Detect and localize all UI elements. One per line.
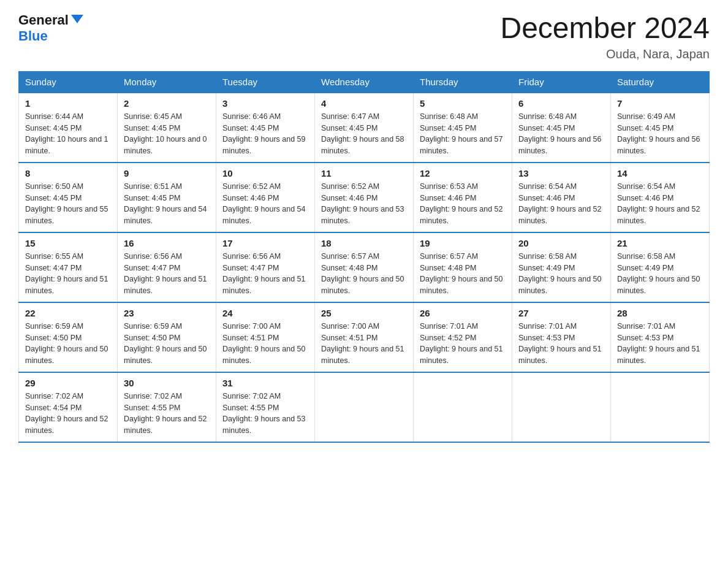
day-number: 22 xyxy=(25,308,111,318)
calendar-cell: 17 Sunrise: 6:56 AMSunset: 4:47 PMDaylig… xyxy=(216,232,315,302)
day-number: 24 xyxy=(222,308,308,318)
calendar-cell xyxy=(611,372,710,442)
calendar-week-4: 22 Sunrise: 6:59 AMSunset: 4:50 PMDaylig… xyxy=(19,302,710,372)
day-info: Sunrise: 6:48 AMSunset: 4:45 PMDaylight:… xyxy=(420,111,506,157)
day-info: Sunrise: 6:47 AMSunset: 4:45 PMDaylight:… xyxy=(321,111,407,157)
calendar-cell: 3 Sunrise: 6:46 AMSunset: 4:45 PMDayligh… xyxy=(216,93,315,163)
location-subtitle: Ouda, Nara, Japan xyxy=(500,47,710,61)
day-info: Sunrise: 6:54 AMSunset: 4:46 PMDaylight:… xyxy=(617,181,703,227)
calendar-cell: 1 Sunrise: 6:44 AMSunset: 4:45 PMDayligh… xyxy=(19,93,118,163)
day-number: 14 xyxy=(617,168,703,178)
calendar-cell xyxy=(315,372,414,442)
day-number: 27 xyxy=(518,308,604,318)
day-number: 12 xyxy=(420,168,506,178)
day-number: 15 xyxy=(25,238,111,248)
day-number: 26 xyxy=(420,308,506,318)
calendar-table: SundayMondayTuesdayWednesdayThursdayFrid… xyxy=(18,71,710,443)
calendar-week-5: 29 Sunrise: 7:02 AMSunset: 4:54 PMDaylig… xyxy=(19,372,710,442)
day-info: Sunrise: 6:49 AMSunset: 4:45 PMDaylight:… xyxy=(617,111,703,157)
calendar-cell: 22 Sunrise: 6:59 AMSunset: 4:50 PMDaylig… xyxy=(19,302,118,372)
day-info: Sunrise: 7:00 AMSunset: 4:51 PMDaylight:… xyxy=(321,321,407,367)
day-number: 21 xyxy=(617,238,703,248)
calendar-cell: 5 Sunrise: 6:48 AMSunset: 4:45 PMDayligh… xyxy=(414,93,512,163)
day-number: 20 xyxy=(518,238,604,248)
calendar-cell: 28 Sunrise: 7:01 AMSunset: 4:53 PMDaylig… xyxy=(611,302,710,372)
day-info: Sunrise: 6:57 AMSunset: 4:48 PMDaylight:… xyxy=(321,251,407,297)
day-info: Sunrise: 6:46 AMSunset: 4:45 PMDaylight:… xyxy=(222,111,308,157)
day-info: Sunrise: 6:53 AMSunset: 4:46 PMDaylight:… xyxy=(420,181,506,227)
day-info: Sunrise: 6:51 AMSunset: 4:45 PMDaylight:… xyxy=(124,181,210,227)
calendar-cell: 29 Sunrise: 7:02 AMSunset: 4:54 PMDaylig… xyxy=(19,372,118,442)
day-number: 25 xyxy=(321,308,407,318)
day-info: Sunrise: 6:52 AMSunset: 4:46 PMDaylight:… xyxy=(321,181,407,227)
calendar-week-1: 1 Sunrise: 6:44 AMSunset: 4:45 PMDayligh… xyxy=(19,93,710,163)
day-number: 1 xyxy=(25,98,111,109)
day-info: Sunrise: 7:02 AMSunset: 4:54 PMDaylight:… xyxy=(25,391,111,437)
day-number: 31 xyxy=(222,378,308,388)
calendar-cell: 14 Sunrise: 6:54 AMSunset: 4:46 PMDaylig… xyxy=(611,163,710,232)
day-number: 13 xyxy=(518,168,604,178)
calendar-week-3: 15 Sunrise: 6:55 AMSunset: 4:47 PMDaylig… xyxy=(19,232,710,302)
day-info: Sunrise: 6:50 AMSunset: 4:45 PMDaylight:… xyxy=(25,181,111,227)
logo-text-general: General xyxy=(18,12,69,28)
day-info: Sunrise: 6:59 AMSunset: 4:50 PMDaylight:… xyxy=(25,321,111,367)
day-number: 18 xyxy=(321,238,407,248)
day-number: 17 xyxy=(222,238,308,248)
calendar-cell: 11 Sunrise: 6:52 AMSunset: 4:46 PMDaylig… xyxy=(315,163,414,232)
day-number: 29 xyxy=(25,378,111,388)
day-info: Sunrise: 7:02 AMSunset: 4:55 PMDaylight:… xyxy=(222,391,308,437)
day-number: 5 xyxy=(420,98,506,109)
day-number: 11 xyxy=(321,168,407,178)
calendar-cell: 15 Sunrise: 6:55 AMSunset: 4:47 PMDaylig… xyxy=(19,232,118,302)
day-number: 3 xyxy=(222,98,308,109)
header-cell-saturday: Saturday xyxy=(611,71,710,93)
calendar-cell: 24 Sunrise: 7:00 AMSunset: 4:51 PMDaylig… xyxy=(216,302,315,372)
day-info: Sunrise: 6:55 AMSunset: 4:47 PMDaylight:… xyxy=(25,251,111,297)
month-title: December 2024 xyxy=(500,12,710,45)
day-info: Sunrise: 6:58 AMSunset: 4:49 PMDaylight:… xyxy=(518,251,604,297)
calendar-cell: 4 Sunrise: 6:47 AMSunset: 4:45 PMDayligh… xyxy=(315,93,414,163)
calendar-cell: 21 Sunrise: 6:58 AMSunset: 4:49 PMDaylig… xyxy=(611,232,710,302)
day-info: Sunrise: 6:58 AMSunset: 4:49 PMDaylight:… xyxy=(617,251,703,297)
day-number: 16 xyxy=(124,238,210,248)
calendar-cell xyxy=(512,372,611,442)
day-number: 10 xyxy=(222,168,308,178)
header-cell-monday: Monday xyxy=(118,71,216,93)
calendar-cell: 16 Sunrise: 6:56 AMSunset: 4:47 PMDaylig… xyxy=(118,232,216,302)
day-number: 2 xyxy=(124,98,210,109)
day-info: Sunrise: 7:00 AMSunset: 4:51 PMDaylight:… xyxy=(222,321,308,367)
header-cell-wednesday: Wednesday xyxy=(315,71,414,93)
day-info: Sunrise: 7:02 AMSunset: 4:55 PMDaylight:… xyxy=(124,391,210,437)
day-info: Sunrise: 6:56 AMSunset: 4:47 PMDaylight:… xyxy=(124,251,210,297)
calendar-cell: 13 Sunrise: 6:54 AMSunset: 4:46 PMDaylig… xyxy=(512,163,611,232)
calendar-cell: 9 Sunrise: 6:51 AMSunset: 4:45 PMDayligh… xyxy=(118,163,216,232)
day-number: 8 xyxy=(25,168,111,178)
day-info: Sunrise: 6:52 AMSunset: 4:46 PMDaylight:… xyxy=(222,181,308,227)
calendar-cell: 19 Sunrise: 6:57 AMSunset: 4:48 PMDaylig… xyxy=(414,232,512,302)
title-block: December 2024 Ouda, Nara, Japan xyxy=(500,12,710,61)
calendar-cell: 25 Sunrise: 7:00 AMSunset: 4:51 PMDaylig… xyxy=(315,302,414,372)
header-row: SundayMondayTuesdayWednesdayThursdayFrid… xyxy=(19,71,710,93)
header-cell-friday: Friday xyxy=(512,71,611,93)
logo-text-blue: Blue xyxy=(18,28,48,44)
calendar-cell: 23 Sunrise: 6:59 AMSunset: 4:50 PMDaylig… xyxy=(118,302,216,372)
header-cell-thursday: Thursday xyxy=(414,71,512,93)
logo: General Blue xyxy=(18,12,83,44)
day-info: Sunrise: 6:59 AMSunset: 4:50 PMDaylight:… xyxy=(124,321,210,367)
day-number: 7 xyxy=(617,98,703,109)
day-info: Sunrise: 6:44 AMSunset: 4:45 PMDaylight:… xyxy=(25,111,111,157)
calendar-cell: 12 Sunrise: 6:53 AMSunset: 4:46 PMDaylig… xyxy=(414,163,512,232)
day-number: 28 xyxy=(617,308,703,318)
day-number: 23 xyxy=(124,308,210,318)
header-cell-sunday: Sunday xyxy=(19,71,118,93)
calendar-cell: 7 Sunrise: 6:49 AMSunset: 4:45 PMDayligh… xyxy=(611,93,710,163)
day-info: Sunrise: 7:01 AMSunset: 4:53 PMDaylight:… xyxy=(617,321,703,367)
calendar-cell xyxy=(414,372,512,442)
day-number: 30 xyxy=(124,378,210,388)
day-number: 4 xyxy=(321,98,407,109)
logo-triangle-icon xyxy=(71,15,83,23)
calendar-cell: 31 Sunrise: 7:02 AMSunset: 4:55 PMDaylig… xyxy=(216,372,315,442)
calendar-cell: 8 Sunrise: 6:50 AMSunset: 4:45 PMDayligh… xyxy=(19,163,118,232)
day-info: Sunrise: 6:45 AMSunset: 4:45 PMDaylight:… xyxy=(124,111,210,157)
page-header: General Blue December 2024 Ouda, Nara, J… xyxy=(18,12,710,61)
